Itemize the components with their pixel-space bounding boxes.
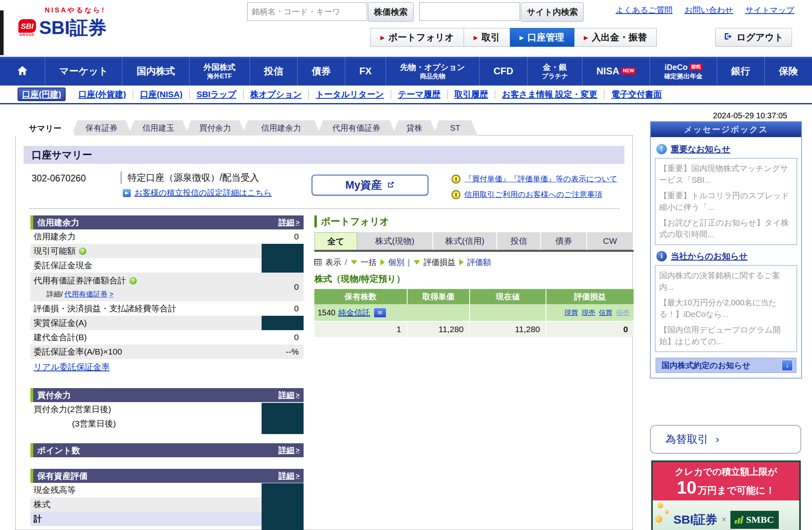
- table-row: 代用有価証券評価額合計 ? 詳細/ 代用有価証券 > 0: [30, 273, 304, 301]
- margin-buy-link[interactable]: 信買: [599, 308, 612, 317]
- help-icon[interactable]: ?: [79, 247, 86, 255]
- site-search-button[interactable]: サイト内検索: [521, 2, 584, 22]
- list-item[interactable]: 国内株式の決算銘柄に関するご案内...: [659, 270, 793, 293]
- batch-option[interactable]: 一括: [361, 257, 377, 268]
- nav-home[interactable]: [0, 57, 45, 86]
- sbi-brand-text: SBI証券: [673, 512, 717, 528]
- subnav-account-foreign[interactable]: 口座(外貨建): [72, 90, 133, 99]
- pf-tab-cw[interactable]: CW: [587, 232, 634, 250]
- stock-name-link[interactable]: 純金信託: [338, 307, 370, 318]
- notice-row: ! 信用取引ご利用のお客様へのご注意事項: [452, 189, 617, 200]
- pf-tab-stock-margin[interactable]: 株式(信用): [433, 232, 497, 250]
- nav-foreign-stocks[interactable]: 外国株式 海外ETF: [189, 57, 250, 86]
- list-item[interactable]: 【最大10万円分が2,000名に当たる！】iDeCoなら...: [659, 297, 793, 320]
- logo-tagline: NISAやるなら!: [45, 6, 106, 15]
- subnav-account-nisa[interactable]: 口座(NISA): [133, 90, 190, 99]
- nav-bank[interactable]: 銀行: [717, 57, 764, 86]
- tab-buying-power[interactable]: 買付余力: [185, 120, 246, 135]
- deposit-withdraw-button[interactable]: ▶ 入出金・振替: [574, 28, 657, 47]
- margin-detail-link[interactable]: 詳細 >: [278, 217, 300, 228]
- valuation-option[interactable]: 評価額: [467, 257, 491, 268]
- nav-gold-silver-platinum[interactable]: 金・銀 プラチナ: [527, 57, 582, 86]
- cash-buy-link[interactable]: 現買: [564, 308, 578, 317]
- nav-domestic-stocks[interactable]: 国内株式: [122, 57, 189, 86]
- nav-futures-options[interactable]: 先物・オプション 商品先物: [386, 57, 479, 86]
- nav-cfd[interactable]: CFD: [479, 57, 528, 86]
- chevron-right-icon: >: [296, 391, 300, 399]
- message-box: メッセージボックス ! 重要なお知らせ 【重要】国内現物株式マッチングサービス「…: [650, 121, 802, 379]
- faq-link[interactable]: よくあるご質問: [616, 5, 672, 16]
- display-label: 表示: [325, 257, 341, 268]
- tab-margin-positions[interactable]: 信用建玉: [128, 120, 189, 135]
- subnav-theme-history[interactable]: テーマ履歴: [391, 90, 448, 99]
- margin-sell-link[interactable]: 信売: [616, 308, 630, 317]
- mail-icon[interactable]: ✉: [373, 307, 387, 318]
- points-detail-link[interactable]: 詳細 >: [278, 445, 300, 456]
- list-item[interactable]: 【重要】トルコリラ円のスプレッド縮小に伴う「...: [659, 190, 793, 213]
- tab-st[interactable]: ST: [433, 120, 478, 135]
- tab-stock-lending[interactable]: 貸株: [392, 120, 437, 135]
- company-notices-link[interactable]: 当社からのお知らせ: [671, 251, 748, 262]
- help-icon[interactable]: ?: [129, 277, 137, 285]
- stock-search-button[interactable]: 株価検索: [368, 2, 414, 22]
- nav-market[interactable]: マーケット: [45, 57, 122, 86]
- subnav-customer-info[interactable]: お客さま情報 設定・変更: [495, 90, 604, 99]
- list-item[interactable]: 【国内信用デビュープログラム開始】はじめての...: [659, 324, 793, 347]
- margin-caution-link[interactable]: 信用取引ご利用のお客様へのご注意事項: [464, 189, 602, 200]
- subnav-account-yen[interactable]: 口座(円建): [18, 88, 65, 100]
- subnav-electronic-docs[interactable]: 電子交付書面: [604, 90, 668, 99]
- tab-summary[interactable]: サマリー: [15, 120, 75, 136]
- important-notices-link[interactable]: 重要なお知らせ: [671, 143, 730, 155]
- fx-trade-button[interactable]: 為替取引 ›: [650, 425, 801, 454]
- sbi-logo[interactable]: NISAやるなら! SBI GROUP SBI証券: [18, 6, 106, 40]
- realtime-margin-ratio-link[interactable]: リアル委託保証金率: [34, 361, 110, 373]
- nav-funds[interactable]: 投信: [250, 57, 297, 86]
- individual-option[interactable]: 個別: [388, 257, 404, 268]
- nav-nisa[interactable]: NISA NEW: [582, 57, 650, 86]
- assets-detail-link[interactable]: 詳細 >: [278, 470, 300, 481]
- my-assets-button[interactable]: My資産: [312, 175, 428, 195]
- stock-search-input[interactable]: [247, 2, 367, 21]
- brand-name: SBI証券: [39, 16, 107, 40]
- page-title: 口座サマリー: [24, 146, 624, 164]
- sitemap-link[interactable]: サイトマップ: [745, 5, 794, 16]
- chevron-right-icon[interactable]: >: [109, 290, 114, 299]
- redacted-value: [262, 483, 304, 530]
- tsumitate-settings-link[interactable]: お客様の積立投信の設定詳細はこちら: [134, 187, 272, 198]
- smbc-bars-icon: [734, 516, 744, 524]
- subnav-total-return[interactable]: トータルリターン: [309, 90, 391, 99]
- nav-bonds[interactable]: 債券: [297, 57, 345, 86]
- pf-tab-all[interactable]: 全て: [314, 232, 357, 250]
- subnav-stock-options[interactable]: 株オプション: [244, 90, 309, 99]
- pf-tab-stock-cash[interactable]: 株式(現物): [357, 232, 433, 250]
- setsuzei-badge: 節税: [690, 64, 702, 70]
- list-item[interactable]: 【重要】国内現物株式マッチングサービス「SBI...: [659, 163, 793, 186]
- collateral-securities-link[interactable]: 代用有価証券: [64, 289, 108, 299]
- account-number: 302-0670260: [32, 173, 86, 184]
- nav-insurance[interactable]: 保険: [764, 57, 812, 86]
- credit-card-campaign-banner[interactable]: クレカでの積立額上限が 10 万円まで可能に！ SBI証券 × SMBC ✦: [651, 460, 801, 530]
- trade-button[interactable]: ▶ 取引: [464, 28, 510, 47]
- subnav-sbi-wrap[interactable]: SBIラップ: [190, 90, 243, 99]
- table-header-row: 保有株数 取得単価 現在値 評価損益: [314, 289, 634, 304]
- execution-notice-button[interactable]: 国内株式約定のお知らせ ↓: [656, 358, 796, 373]
- nav-fx[interactable]: FX: [345, 57, 386, 86]
- pl-option[interactable]: 評価損益: [424, 257, 456, 268]
- nav-ideco[interactable]: iDeCo 節税 確定拠出年金: [650, 57, 716, 86]
- tab-margin-power[interactable]: 信用建余力: [242, 120, 321, 135]
- pf-tab-funds[interactable]: 投信: [497, 232, 541, 250]
- buying-power-detail-link[interactable]: 詳細 >: [278, 390, 300, 400]
- cash-sell-link[interactable]: 現売: [582, 308, 595, 317]
- tab-collateral[interactable]: 代用有価証券: [317, 120, 396, 135]
- portfolio-tabs: 全て 株式(現物) 株式(信用) 投信 債券 CW: [314, 232, 634, 250]
- tab-holdings[interactable]: 保有証券: [71, 120, 132, 135]
- subnav-trade-history[interactable]: 取引履歴: [448, 90, 495, 99]
- list-item[interactable]: 【お詫びと訂正のお知らせ】タイ株式の取引時間...: [659, 217, 793, 240]
- site-search-input[interactable]: [419, 2, 520, 21]
- contact-link[interactable]: お問い合わせ: [684, 5, 733, 16]
- account-management-button[interactable]: ▶ 口座管理: [510, 28, 574, 47]
- pf-tab-bonds[interactable]: 債券: [541, 232, 587, 250]
- portfolio-button[interactable]: ▶ ポートフォリオ: [370, 28, 464, 47]
- price-display-notice-link[interactable]: 『買付単価』『評価単価』等の表示について: [464, 174, 617, 184]
- logout-button[interactable]: ログアウト: [715, 28, 792, 47]
